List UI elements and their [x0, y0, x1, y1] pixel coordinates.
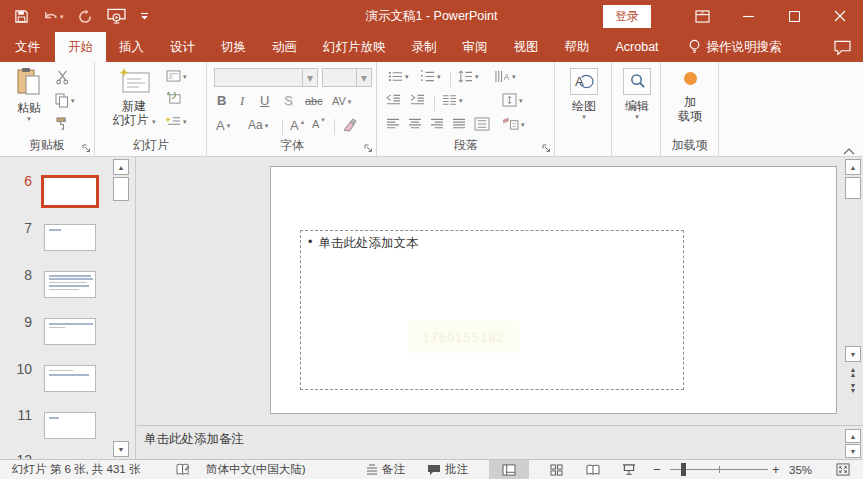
comments-toggle[interactable]: 批注 — [427, 460, 468, 479]
change-case-button[interactable]: Aa ▾ — [248, 118, 268, 132]
collapse-ribbon-icon[interactable] — [843, 148, 855, 155]
slideshow-view-button[interactable] — [614, 460, 644, 479]
editing-dropdown-icon[interactable]: ▾ — [635, 113, 639, 120]
slide-thumbnail-9[interactable] — [44, 318, 96, 345]
fit-to-window-icon[interactable] — [836, 460, 850, 479]
columns-button[interactable]: ▾ — [442, 94, 463, 106]
slide-counter[interactable]: 幻灯片 第 6 张, 共 431 张 — [12, 460, 140, 479]
format-painter-button[interactable] — [55, 116, 70, 131]
slide-thumbnail-8[interactable] — [44, 271, 96, 298]
clear-formatting-button[interactable] — [342, 118, 357, 132]
slide-thumbnail-11[interactable] — [44, 412, 96, 439]
draw-button[interactable]: A 绘图 ▾ — [569, 68, 599, 120]
character-spacing-dropdown-icon[interactable]: ▾ — [348, 98, 352, 105]
copy-dropdown-icon[interactable]: ▾ — [71, 97, 75, 104]
tell-me-search[interactable]: 操作说明搜索 — [688, 32, 782, 62]
change-case-dropdown-icon[interactable]: ▾ — [265, 122, 269, 129]
tab-home[interactable]: 开始 — [55, 32, 106, 62]
reset-slide-button[interactable] — [166, 92, 181, 105]
text-direction-button[interactable]: A ▾ — [494, 70, 516, 83]
comments-pane-icon[interactable] — [834, 32, 851, 62]
strikethrough-button[interactable]: abc — [305, 95, 323, 107]
tab-record[interactable]: 录制 — [399, 32, 450, 62]
editing-button[interactable]: 编辑 ▾ — [622, 68, 652, 120]
thumbnails-scroll-down-icon[interactable]: ▼ — [113, 441, 129, 457]
customize-qat-icon[interactable] — [140, 12, 149, 21]
align-right-button[interactable] — [430, 118, 444, 130]
reading-view-button[interactable] — [578, 460, 608, 479]
save-icon[interactable] — [14, 9, 29, 24]
section-dropdown-icon[interactable]: ▾ — [183, 118, 187, 125]
zoom-in-button[interactable]: + — [772, 460, 780, 479]
draw-dropdown-icon[interactable]: ▾ — [582, 113, 586, 120]
new-slide-button[interactable]: 新建 幻灯片 ▾ — [108, 67, 160, 127]
font-size-select[interactable]: ▾ — [322, 68, 372, 87]
text-direction-dropdown-icon[interactable]: ▾ — [512, 73, 516, 80]
close-button[interactable] — [817, 0, 863, 32]
tab-design[interactable]: 设计 — [157, 32, 208, 62]
align-text-dropdown-icon[interactable]: ▾ — [519, 97, 523, 104]
zoom-level[interactable]: 35% — [789, 460, 812, 479]
line-spacing-button[interactable]: ▾ — [458, 70, 479, 83]
slide-thumbnail-6[interactable] — [41, 175, 99, 208]
slide-thumbnail-10[interactable] — [44, 365, 96, 392]
font-color-dropdown-icon[interactable]: ▾ — [227, 122, 231, 129]
tab-slideshow[interactable]: 幻灯片放映 — [310, 32, 399, 62]
smartart-dropdown-icon[interactable]: ▾ — [521, 121, 525, 128]
scrollbar-thumb[interactable] — [845, 177, 861, 199]
font-name-dropdown-icon[interactable]: ▾ — [302, 69, 317, 86]
zoom-slider-thumb[interactable] — [681, 463, 686, 476]
paragraph-dialog-launcher-icon[interactable] — [542, 144, 551, 153]
thumbnails-scroll-up-icon[interactable]: ▲ — [113, 159, 129, 175]
maximize-button[interactable] — [771, 0, 817, 32]
scroll-up-icon[interactable]: ▲ — [845, 159, 861, 175]
tab-review[interactable]: 审阅 — [450, 32, 501, 62]
bullets-dropdown-icon[interactable]: ▾ — [405, 73, 409, 80]
character-spacing-button[interactable]: AV ▾ — [332, 95, 351, 107]
decrease-indent-button[interactable] — [386, 94, 401, 106]
undo-dropdown-icon[interactable]: ▾ — [60, 13, 64, 20]
section-button[interactable]: ▾ — [166, 115, 187, 127]
tab-view[interactable]: 视图 — [501, 32, 552, 62]
italic-button[interactable]: I — [240, 93, 244, 109]
sign-in-button[interactable]: 登录 — [603, 5, 651, 28]
tab-transitions[interactable]: 切换 — [208, 32, 259, 62]
zoom-out-button[interactable]: − — [653, 460, 661, 479]
underline-button[interactable]: U — [260, 93, 269, 108]
start-slideshow-icon[interactable] — [107, 8, 126, 24]
tab-animations[interactable]: 动画 — [259, 32, 310, 62]
layout-dropdown-icon[interactable]: ▾ — [183, 73, 187, 80]
line-spacing-dropdown-icon[interactable]: ▾ — [475, 73, 479, 80]
font-name-select[interactable]: ▾ — [214, 68, 318, 87]
font-color-button[interactable]: A ▾ — [216, 118, 230, 133]
font-dialog-launcher-icon[interactable] — [364, 144, 373, 153]
scroll-down-icon[interactable]: ▼ — [845, 346, 861, 362]
copy-button[interactable]: ▾ — [55, 93, 75, 108]
bullets-button[interactable]: ▾ — [388, 70, 409, 83]
tab-help[interactable]: 帮助 — [552, 32, 603, 62]
tab-insert[interactable]: 插入 — [106, 32, 157, 62]
notes-scroll-down-icon[interactable]: ▼ — [845, 444, 861, 458]
spell-check-icon[interactable] — [176, 460, 191, 479]
numbering-button[interactable]: ▾ — [420, 70, 441, 83]
text-shadow-button[interactable]: S — [284, 93, 293, 108]
columns-dropdown-icon[interactable]: ▾ — [459, 97, 463, 104]
slide-sorter-view-button[interactable] — [541, 460, 571, 479]
notes-toggle[interactable]: 备注 — [366, 460, 405, 479]
ribbon-display-options-icon[interactable] — [679, 0, 725, 32]
content-placeholder[interactable]: • 单击此处添加文本 1769155182 — [300, 230, 684, 390]
next-slide-button[interactable]: ▼▼ — [847, 383, 859, 393]
layout-button[interactable]: ▾ — [166, 70, 187, 82]
align-center-button[interactable] — [408, 118, 422, 130]
increase-font-size-button[interactable]: A▴ — [290, 118, 304, 133]
distribute-text-button[interactable] — [474, 117, 490, 131]
align-text-button[interactable]: ▾ — [502, 93, 523, 107]
increase-indent-button[interactable] — [410, 94, 425, 106]
cut-button[interactable] — [55, 70, 70, 85]
convert-to-smartart-button[interactable]: ▾ — [502, 117, 525, 131]
notes-scroll-up-icon[interactable]: ▲ — [845, 429, 861, 443]
notes-pane[interactable]: 单击此处添加备注 — [137, 426, 843, 459]
normal-view-button[interactable] — [489, 460, 529, 479]
paste-dropdown-icon[interactable]: ▾ — [27, 115, 31, 122]
thumbnails-scrollbar-thumb[interactable] — [113, 177, 129, 201]
